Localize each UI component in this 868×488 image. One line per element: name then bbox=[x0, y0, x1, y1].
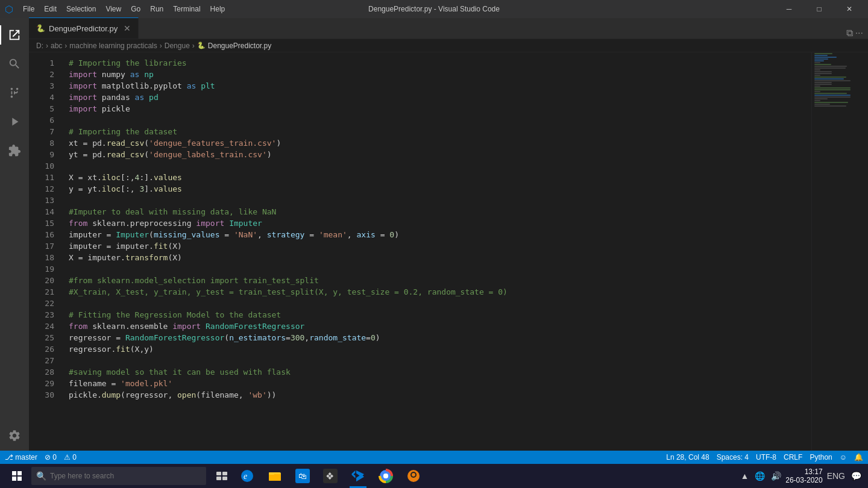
menu-run[interactable]: Run bbox=[145, 2, 168, 16]
breadcrumb-abc[interactable]: abc bbox=[51, 42, 62, 50]
line-number: 16 bbox=[29, 229, 54, 240]
minimap-line bbox=[814, 67, 846, 69]
activity-bar bbox=[0, 18, 29, 451]
status-spaces[interactable]: Spaces: 4 bbox=[717, 453, 749, 461]
active-tab[interactable]: 🐍 DenguePredictor.py ✕ bbox=[29, 17, 139, 39]
status-line-col[interactable]: Ln 28, Col 48 bbox=[666, 453, 709, 461]
menu-go[interactable]: Go bbox=[126, 2, 145, 16]
tab-actions: ⧉ ··· bbox=[846, 28, 868, 39]
code-area[interactable]: # Importing the librariesimport numpy as… bbox=[59, 52, 811, 451]
minimap-line bbox=[814, 57, 837, 58]
breadcrumb: D: › abc › machine learning practicals ›… bbox=[29, 39, 868, 52]
svg-point-22 bbox=[412, 473, 415, 477]
minimap-line bbox=[814, 98, 828, 99]
windows-start-button[interactable] bbox=[5, 464, 29, 488]
menu-file[interactable]: File bbox=[18, 2, 39, 16]
taskbar-edge-icon[interactable]: e bbox=[234, 464, 260, 488]
breadcrumb-d[interactable]: D: bbox=[36, 42, 43, 50]
code-line-13 bbox=[69, 195, 811, 206]
menu-edit[interactable]: Edit bbox=[39, 2, 61, 16]
status-feedback-icon[interactable]: ☺ bbox=[840, 453, 847, 461]
vscode-logo-icon: ⬡ bbox=[5, 4, 13, 15]
status-encoding[interactable]: UTF-8 bbox=[756, 453, 776, 461]
code-line-3: import matplotlib.pyplot as plt bbox=[69, 80, 811, 92]
code-line-16: imputer = Imputer(missing_values = 'NaN'… bbox=[69, 229, 811, 240]
taskbar-app1-icon[interactable]: ❖ bbox=[317, 464, 344, 488]
line-numbers: 1234567891011121314151617181920212223242… bbox=[29, 52, 59, 451]
minimize-button[interactable]: ─ bbox=[775, 0, 803, 18]
line-number: 4 bbox=[29, 92, 54, 103]
taskbar-search-input[interactable] bbox=[50, 472, 201, 480]
line-number: 9 bbox=[29, 149, 54, 160]
breadcrumb-dengue[interactable]: Dengue bbox=[165, 42, 190, 50]
tab-filename: DenguePredictor.py bbox=[49, 24, 118, 33]
line-number: 20 bbox=[29, 275, 54, 286]
status-bell-icon[interactable]: 🔔 bbox=[854, 453, 863, 461]
taskbar-store-icon[interactable]: 🛍 bbox=[289, 464, 316, 488]
scrollbar[interactable] bbox=[860, 52, 868, 451]
status-errors[interactable]: ⊘ 0 bbox=[45, 453, 57, 461]
editor-wrapper: # Importing the librariesimport numpy as… bbox=[59, 52, 868, 451]
minimap-line bbox=[814, 102, 848, 103]
activity-extensions-icon[interactable] bbox=[0, 136, 29, 165]
code-line-17: imputer = imputer.fit(X) bbox=[69, 240, 811, 252]
taskbar-blender-icon[interactable] bbox=[400, 464, 427, 488]
tray-expand-icon[interactable]: ▲ bbox=[738, 471, 750, 481]
minimap-line bbox=[814, 89, 851, 90]
minimap-line bbox=[814, 100, 820, 101]
tray-network-icon[interactable]: 🌐 bbox=[753, 471, 767, 481]
tab-close-button[interactable]: ✕ bbox=[124, 23, 131, 33]
menu-view[interactable]: View bbox=[101, 2, 126, 16]
taskbar-chrome-icon[interactable] bbox=[373, 464, 399, 488]
svg-rect-2 bbox=[12, 477, 16, 481]
status-language[interactable]: Python bbox=[810, 453, 832, 461]
line-number: 1 bbox=[29, 57, 54, 69]
minimap-line bbox=[814, 87, 851, 89]
tray-volume-icon[interactable]: 🔊 bbox=[769, 471, 783, 481]
code-line-14: #Imputer to deal with missing data, like… bbox=[69, 206, 811, 217]
taskbar-task-view[interactable] bbox=[211, 464, 233, 488]
tray-notification-icon[interactable]: 💬 bbox=[849, 471, 863, 481]
line-number: 10 bbox=[29, 160, 54, 172]
line-number: 8 bbox=[29, 137, 54, 149]
close-button[interactable]: ✕ bbox=[835, 0, 863, 18]
status-git-branch[interactable]: ⎇ master bbox=[5, 453, 37, 461]
system-clock[interactable]: 13:17 26-03-2020 bbox=[785, 468, 822, 484]
split-editor-icon[interactable]: ⧉ bbox=[846, 28, 853, 39]
svg-text:e: e bbox=[244, 472, 247, 481]
menu-bar: File Edit Selection View Go Run Terminal… bbox=[18, 2, 230, 16]
minimap-line bbox=[814, 95, 851, 96]
activity-search-icon[interactable] bbox=[0, 49, 29, 78]
menu-help[interactable]: Help bbox=[206, 2, 230, 16]
line-number: 28 bbox=[29, 366, 54, 378]
svg-text:❖: ❖ bbox=[326, 471, 334, 481]
breadcrumb-filename[interactable]: DenguePredictor.py bbox=[208, 42, 271, 50]
code-line-8: xt = pd.read_csv('dengue_features_train.… bbox=[69, 137, 811, 149]
taskbar-search-bar[interactable]: 🔍 bbox=[31, 467, 206, 485]
editor-content[interactable]: 1234567891011121314151617181920212223242… bbox=[29, 52, 868, 451]
taskbar-vscode-icon[interactable] bbox=[345, 464, 371, 488]
minimap-line bbox=[814, 86, 820, 87]
maximize-button[interactable]: □ bbox=[805, 0, 833, 18]
code-line-12: y = yt.iloc[:, 3].values bbox=[69, 183, 811, 195]
tray-language-icon[interactable]: ENG bbox=[825, 471, 847, 481]
menu-terminal[interactable]: Terminal bbox=[168, 2, 205, 16]
title-bar-left: ⬡ File Edit Selection View Go Run Termin… bbox=[5, 2, 230, 16]
more-actions-icon[interactable]: ··· bbox=[855, 28, 863, 39]
status-right: Ln 28, Col 48 Spaces: 4 UTF-8 CRLF Pytho… bbox=[666, 453, 863, 461]
activity-explorer-icon[interactable] bbox=[0, 20, 29, 49]
status-line-ending[interactable]: CRLF bbox=[784, 453, 802, 461]
activity-settings-icon[interactable] bbox=[8, 429, 21, 446]
breadcrumb-ml[interactable]: machine learning practicals bbox=[69, 42, 157, 50]
code-line-9: yt = pd.read_csv('dengue_labels_train.cs… bbox=[69, 149, 811, 160]
menu-selection[interactable]: Selection bbox=[61, 2, 101, 16]
taskbar-right: ▲ 🌐 🔊 13:17 26-03-2020 ENG 💬 bbox=[738, 468, 863, 484]
svg-rect-3 bbox=[17, 477, 22, 481]
line-number: 2 bbox=[29, 69, 54, 80]
taskbar-file-explorer-icon[interactable] bbox=[262, 464, 288, 488]
window-title: DenguePredictor.py - Visual Studio Code bbox=[368, 5, 500, 13]
code-line-26: regressor.fit(X,y) bbox=[69, 343, 811, 355]
activity-git-icon[interactable] bbox=[0, 78, 29, 107]
activity-run-icon[interactable] bbox=[0, 107, 29, 136]
status-warnings[interactable]: ⚠ 0 bbox=[64, 453, 77, 461]
